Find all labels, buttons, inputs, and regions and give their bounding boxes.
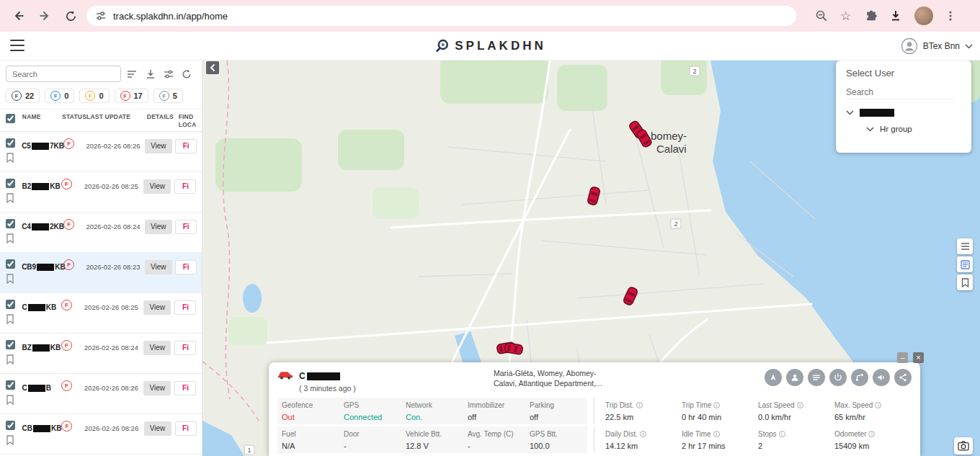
status-chip[interactable]: F 0 bbox=[79, 89, 109, 103]
bookmark-icon[interactable] bbox=[6, 274, 14, 284]
row-checkbox[interactable] bbox=[6, 380, 15, 390]
view-button[interactable]: View bbox=[143, 381, 171, 395]
redacted-text bbox=[28, 304, 45, 311]
downloads-icon[interactable] bbox=[889, 9, 902, 22]
row-checkbox[interactable] bbox=[6, 421, 15, 430]
view-button[interactable]: View bbox=[145, 220, 172, 234]
route-button[interactable] bbox=[851, 369, 868, 386]
stat-label: Parking bbox=[530, 401, 583, 409]
bookmark-icon[interactable] bbox=[6, 395, 14, 405]
select-all-checkbox[interactable] bbox=[6, 114, 15, 123]
sidebar-collapse-button[interactable] bbox=[206, 61, 219, 74]
status-chip[interactable]: F 17 bbox=[115, 89, 148, 103]
row-checkbox[interactable] bbox=[6, 138, 15, 148]
info-icon[interactable]: i bbox=[797, 402, 803, 408]
forward-button[interactable] bbox=[35, 6, 55, 26]
user-avatar-icon bbox=[901, 37, 918, 55]
info-icon[interactable]: i bbox=[779, 431, 785, 437]
select-user-panel: Select User Hr group bbox=[836, 61, 971, 153]
export-download-icon[interactable] bbox=[146, 69, 156, 79]
map-detail-list-button[interactable] bbox=[957, 256, 973, 272]
vehicle-row[interactable]: C57KB F 2026-02-26 08:26 View Fi bbox=[0, 132, 202, 172]
vehicle-row[interactable]: CKB F 2026-02-26 08:25 View Fi bbox=[0, 293, 202, 334]
browser-profile-avatar[interactable] bbox=[914, 6, 933, 25]
row-checkbox[interactable] bbox=[6, 219, 15, 228]
status-chip[interactable]: F 22 bbox=[6, 89, 40, 103]
driver-button[interactable] bbox=[786, 369, 803, 386]
bookmark-icon[interactable] bbox=[6, 314, 14, 324]
vehicle-row[interactable]: CBKB F 2026-02-26 08:26 View Fi bbox=[0, 414, 202, 455]
map-list-view-button[interactable] bbox=[957, 238, 973, 254]
stat-cell: Max. Speed i 65 km/hr bbox=[830, 398, 906, 424]
vehicle-row[interactable]: C42KB F 2026-02-26 08:24 View Fi bbox=[0, 213, 202, 253]
info-icon[interactable]: i bbox=[868, 431, 875, 437]
panel-minimize-button[interactable]: – bbox=[897, 352, 908, 363]
horn-button[interactable] bbox=[873, 369, 890, 386]
user-menu[interactable]: BTex Bnn bbox=[901, 32, 973, 61]
stat-label: Fuel bbox=[282, 430, 335, 438]
back-button[interactable] bbox=[9, 6, 29, 26]
status-chip[interactable]: F 5 bbox=[153, 89, 183, 103]
vehicle-row[interactable]: CB F 2026-02-26 08:26 View Fi bbox=[0, 374, 202, 414]
find-location-button[interactable]: Fi bbox=[175, 220, 197, 234]
bookmark-icon[interactable] bbox=[6, 435, 14, 445]
bookmark-icon[interactable] bbox=[6, 354, 14, 365]
view-button[interactable]: View bbox=[143, 341, 171, 355]
address-bar[interactable]: track.splakdhn.in/app/home bbox=[86, 6, 796, 26]
power-button[interactable] bbox=[829, 369, 847, 386]
user-tree-item[interactable] bbox=[846, 109, 961, 117]
navigate-button[interactable] bbox=[765, 369, 782, 386]
info-icon[interactable]: i bbox=[636, 402, 643, 408]
refresh-icon[interactable] bbox=[182, 69, 192, 79]
trips-button[interactable] bbox=[808, 369, 825, 386]
site-settings-icon[interactable] bbox=[95, 10, 107, 22]
view-button[interactable]: View bbox=[145, 260, 172, 274]
find-location-button[interactable]: Fi bbox=[174, 179, 196, 194]
share-button[interactable] bbox=[894, 369, 912, 386]
info-icon[interactable]: i bbox=[713, 402, 720, 408]
bookmark-icon[interactable] bbox=[6, 193, 14, 203]
zoom-icon[interactable] bbox=[815, 9, 828, 22]
browser-menu-kebab-icon[interactable] bbox=[945, 9, 956, 22]
screenshot-button[interactable] bbox=[954, 437, 973, 455]
sort-list-icon[interactable] bbox=[127, 69, 138, 79]
view-button[interactable]: View bbox=[144, 421, 172, 436]
find-location-button[interactable]: Fi bbox=[175, 260, 197, 274]
group-tree-item[interactable]: Hr group bbox=[866, 125, 961, 133]
vehicle-row[interactable]: CB9KB F 2026-02-26 08:23 View Fi bbox=[0, 253, 202, 293]
route-icon bbox=[855, 372, 865, 383]
vehicle-search-input[interactable] bbox=[6, 66, 121, 82]
app-header: SPLAKDHN BTex Bnn bbox=[0, 32, 980, 61]
find-location-button[interactable]: Fi bbox=[175, 139, 197, 153]
row-checkbox[interactable] bbox=[6, 259, 15, 269]
row-checkbox[interactable] bbox=[6, 179, 15, 188]
reload-button[interactable] bbox=[61, 6, 81, 26]
find-location-button[interactable]: Fi bbox=[174, 341, 196, 355]
row-checkbox[interactable] bbox=[6, 340, 15, 349]
bookmark-star-icon[interactable]: ☆ bbox=[840, 10, 851, 22]
info-icon[interactable]: i bbox=[875, 402, 881, 408]
vehicle-row[interactable]: BZKB F 2026-02-26 08:24 View Fi bbox=[0, 334, 202, 374]
filter-tune-icon[interactable] bbox=[164, 69, 174, 79]
panel-close-button[interactable]: × bbox=[913, 352, 924, 363]
info-icon[interactable]: i bbox=[713, 431, 720, 437]
find-location-button[interactable]: Fi bbox=[175, 421, 197, 436]
vehicle-row[interactable]: B2KB F 2026-02-26 08:25 View Fi bbox=[0, 172, 202, 213]
row-checkbox[interactable] bbox=[6, 300, 15, 309]
find-location-button[interactable]: Fi bbox=[174, 300, 196, 315]
info-icon[interactable]: i bbox=[640, 431, 646, 437]
select-user-title: Select User bbox=[846, 68, 961, 79]
find-location-button[interactable]: Fi bbox=[174, 381, 196, 395]
view-button[interactable]: View bbox=[143, 300, 171, 315]
view-button[interactable]: View bbox=[145, 139, 172, 153]
view-button[interactable]: View bbox=[143, 179, 171, 194]
bookmark-icon[interactable] bbox=[6, 153, 14, 163]
map-bookmark-button[interactable] bbox=[957, 274, 973, 290]
bookmark-icon[interactable] bbox=[6, 233, 14, 243]
select-user-search-input[interactable] bbox=[846, 86, 954, 99]
status-chip-count: 5 bbox=[173, 91, 177, 100]
hamburger-menu-icon[interactable] bbox=[10, 40, 24, 51]
status-chip[interactable]: F 0 bbox=[45, 89, 74, 103]
vehicle-stats: Geofence Out GPS Connected Network Con. … bbox=[269, 395, 920, 453]
extensions-icon[interactable] bbox=[863, 9, 877, 23]
